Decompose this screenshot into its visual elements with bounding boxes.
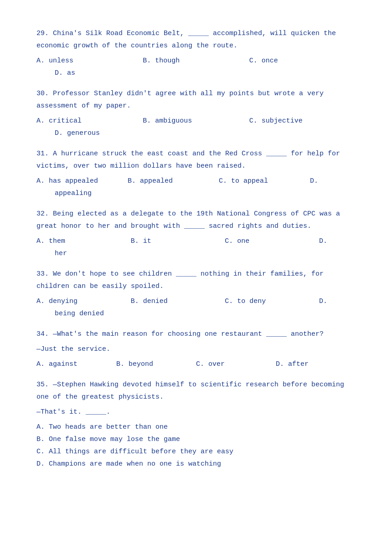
- q31-option-b: B. appealed: [128, 175, 219, 187]
- question-34-text-2: —Just the service.: [36, 343, 356, 355]
- q29-option-b: B. though: [143, 55, 249, 67]
- q35-option-c: C. All things are difficult before they …: [36, 446, 356, 458]
- q29-option-c: C. once: [249, 55, 356, 67]
- q29-option-d: D. as: [55, 69, 75, 77]
- q35-option-b: B. One false move may lose the game: [36, 433, 356, 446]
- question-29-text: 29. China's Silk Road Economic Belt, ___…: [36, 27, 356, 52]
- q33-option-b: B. denied: [131, 295, 225, 308]
- question-35: 35. —Stephen Hawking devoted himself to …: [36, 379, 356, 470]
- question-33: 33. We don't hope to see children _____ …: [36, 268, 356, 320]
- question-31-text: 31. A hurricane struck the east coast an…: [36, 148, 356, 172]
- q34-option-a: A. against: [36, 358, 116, 370]
- q32-option-c: C. one: [225, 235, 319, 247]
- q34-option-d: D. after: [276, 358, 356, 370]
- q32-option-d-label: D.: [319, 235, 356, 247]
- q31-option-c: C. to appeal: [219, 175, 310, 187]
- question-29: 29. China's Silk Road Economic Belt, ___…: [36, 27, 356, 79]
- q30-option-b: B. ambiguous: [143, 115, 249, 127]
- q34-option-b: B. beyond: [116, 358, 196, 370]
- q30-option-c: C. subjective: [249, 115, 356, 127]
- q35-option-d: D. Champions are made when no one is wat…: [36, 458, 356, 470]
- question-34-text-1: 34. —What's the main reason for choosing…: [36, 328, 356, 340]
- q32-option-a: A. them: [36, 235, 131, 247]
- q34-option-c: C. over: [196, 358, 276, 370]
- question-32: 32. Being elected as a delegate to the 1…: [36, 208, 356, 260]
- question-32-text: 32. Being elected as a delegate to the 1…: [36, 208, 356, 232]
- q33-option-d-value: being denied: [55, 310, 104, 318]
- q35-option-a: A. Two heads are better than one: [36, 421, 356, 433]
- question-31: 31. A hurricane struck the east coast an…: [36, 148, 356, 200]
- q30-option-d: D. generous: [55, 129, 100, 137]
- q31-option-d-label: D.: [310, 175, 337, 187]
- q32-option-d-value: her: [55, 250, 67, 257]
- q31-option-a: A. has appealed: [36, 175, 128, 187]
- question-30: 30. Professor Stanley didn't agree with …: [36, 87, 356, 139]
- question-35-text-2: —That's it. _____.: [36, 406, 356, 418]
- question-34: 34. —What's the main reason for choosing…: [36, 328, 356, 370]
- q33-option-a: A. denying: [36, 295, 131, 308]
- q31-option-d-value: appealing: [55, 190, 92, 197]
- question-35-text-1: 35. —Stephen Hawking devoted himself to …: [36, 379, 356, 403]
- q29-option-a: A. unless: [36, 55, 143, 67]
- q33-option-c: C. to deny: [225, 295, 319, 308]
- question-33-text: 33. We don't hope to see children _____ …: [36, 268, 356, 292]
- q33-option-d-label: D.: [319, 295, 356, 308]
- q32-option-b: B. it: [131, 235, 225, 247]
- q30-option-a: A. critical: [36, 115, 143, 127]
- question-30-text: 30. Professor Stanley didn't agree with …: [36, 87, 356, 112]
